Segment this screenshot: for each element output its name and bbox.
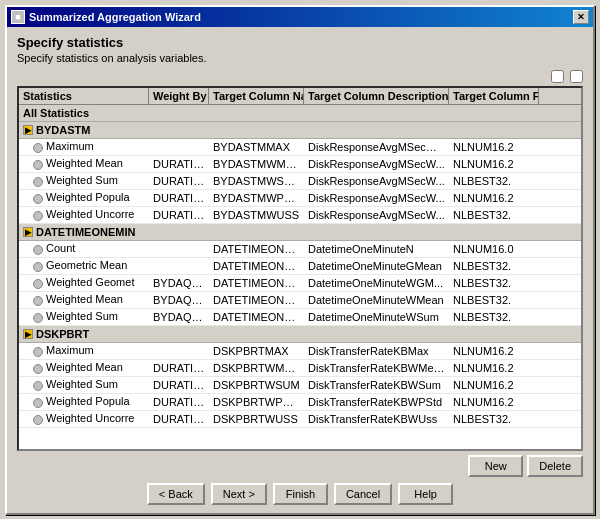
stat-target: DATETIMEONEMINN... (209, 293, 304, 307)
stat-format: NLBEST32. (449, 276, 539, 290)
group-row[interactable]: ▶DATETIMEONEMIN (19, 224, 581, 241)
stat-desc: DiskResponseAvgMSecW... (304, 174, 449, 188)
col-weight: Weight By (149, 88, 209, 104)
table-row[interactable]: Weighted Geomet BYDAQRD DATETIMEONEMINN.… (19, 275, 581, 292)
table-row[interactable]: Geometric Mean DATETIMEONEMINN... Dateti… (19, 258, 581, 275)
stat-desc: DiskResponseAvgMSecMax (304, 140, 449, 154)
table-row[interactable]: Weighted Popula DURATION DSKPBRTWPSTD Di… (19, 394, 581, 411)
stat-format: NLNUM16.2 (449, 191, 539, 205)
stat-weight (149, 350, 209, 352)
stat-target: DSKPBRTWMEAN (209, 361, 304, 375)
stat-desc: DatetimeOneMinuteWSum (304, 310, 449, 324)
stat-format: NLBEST32. (449, 174, 539, 188)
window-title: Summarized Aggregation Wizard (29, 11, 201, 23)
stat-weight: DURATION (149, 412, 209, 426)
finish-button[interactable]: Finish (273, 483, 328, 505)
stat-desc: DiskResponseAvgMSecW... (304, 157, 449, 171)
stat-weight: DURATION (149, 395, 209, 409)
group-row[interactable]: ▶BYDASTM (19, 122, 581, 139)
table-row[interactable]: Weighted Popula DURATION BYDASTMWPSTD Di… (19, 190, 581, 207)
stat-name: Weighted Mean (19, 292, 149, 306)
table-row[interactable]: Weighted Mean DURATION DSKPBRTWMEAN Disk… (19, 360, 581, 377)
stat-weight (149, 248, 209, 250)
stat-format: NLNUM16.2 (449, 361, 539, 375)
stat-desc: DiskTransferRateKBWMean (304, 361, 449, 375)
table-row[interactable]: Weighted Sum DURATION BYDASTMWSUM DiskRe… (19, 173, 581, 190)
stat-dot (33, 296, 43, 306)
stat-name: Weighted Popula (19, 190, 149, 204)
table-row[interactable]: Maximum DSKPBRTMAX DiskTransferRateKBMax… (19, 343, 581, 360)
stat-weight: DURATION (149, 191, 209, 205)
checkbox-2[interactable] (570, 70, 583, 83)
stat-desc: DatetimeOneMinuteGMean (304, 259, 449, 273)
stat-dot (33, 381, 43, 391)
stat-weight: DURATION (149, 378, 209, 392)
folder-icon: ▶ (23, 329, 33, 339)
checkbox-1[interactable] (551, 70, 564, 83)
stat-target: BYDASTMWSUM (209, 174, 304, 188)
nav-buttons-row: < Back Next > Finish Cancel Help (17, 483, 583, 505)
table-row[interactable]: Weighted Sum BYDAQRD DATETIMEONEMINN... … (19, 309, 581, 326)
back-button[interactable]: < Back (147, 483, 205, 505)
stat-dot (33, 143, 43, 153)
col-statistics: Statistics (19, 88, 149, 104)
table-body: All Statistics▶BYDASTM Maximum BYDASTMMA… (19, 105, 581, 449)
stat-weight: DURATION (149, 174, 209, 188)
table-row[interactable]: Weighted Uncorre DURATION DSKPBRTWUSS Di… (19, 411, 581, 428)
stat-dot (33, 398, 43, 408)
stat-format: NLNUM16.2 (449, 140, 539, 154)
new-button[interactable]: New (468, 455, 523, 477)
table-row[interactable]: Weighted Uncorre DURATION BYDASTMWUSS Di… (19, 207, 581, 224)
group-row[interactable]: ▶DSKPBRT (19, 326, 581, 343)
stat-weight: BYDAQRD (149, 276, 209, 290)
table-header: Statistics Weight By Target Column Name … (19, 88, 581, 105)
stat-desc: DiskTransferRateKBWPStd (304, 395, 449, 409)
stat-target: DATETIMEONEMINN (209, 242, 304, 256)
stat-format: NLNUM16.2 (449, 344, 539, 358)
stat-target: DSKPBRTWPSTD (209, 395, 304, 409)
close-button[interactable]: ✕ (573, 10, 589, 24)
table-row[interactable]: Weighted Mean DURATION BYDASTMWMEAN Disk… (19, 156, 581, 173)
next-button[interactable]: Next > (211, 483, 267, 505)
cancel-button[interactable]: Cancel (334, 483, 392, 505)
stat-desc: DiskResponseAvgMSecW... (304, 191, 449, 205)
stat-weight: DURATION (149, 157, 209, 171)
main-window: ■ Summarized Aggregation Wizard ✕ Specif… (5, 5, 595, 515)
title-bar: ■ Summarized Aggregation Wizard ✕ (7, 7, 593, 27)
stat-dot (33, 245, 43, 255)
stat-dot (33, 177, 43, 187)
stat-desc: DiskTransferRateKBWUss (304, 412, 449, 426)
help-button[interactable]: Help (398, 483, 453, 505)
page-subtitle: Specify statistics on analysis variables… (17, 52, 583, 64)
stat-name: Geometric Mean (19, 258, 149, 272)
all-stats-row[interactable]: All Statistics (19, 105, 581, 122)
stat-format: NLBEST32. (449, 310, 539, 324)
stat-format: NLNUM16.2 (449, 157, 539, 171)
stat-dot (33, 415, 43, 425)
stat-name: Weighted Geomet (19, 275, 149, 289)
header-section: Specify statistics Specify statistics on… (17, 35, 583, 64)
stat-target: BYDASTMWUSS (209, 208, 304, 222)
action-buttons-row: New Delete (17, 455, 583, 477)
stat-desc: DiskResponseAvgMSecW... (304, 208, 449, 222)
table-row[interactable]: Maximum BYDASTMMAX DiskResponseAvgMSecMa… (19, 139, 581, 156)
table-row[interactable]: Count DATETIMEONEMINN DatetimeOneMinuteN… (19, 241, 581, 258)
statistics-table: Statistics Weight By Target Column Name … (17, 86, 583, 451)
stat-dot (33, 313, 43, 323)
stat-weight: DURATION (149, 361, 209, 375)
stat-dot (33, 211, 43, 221)
stat-format: NLNUM16.0 (449, 242, 539, 256)
stat-dot (33, 364, 43, 374)
stat-desc: DatetimeOneMinuteWGM... (304, 276, 449, 290)
table-row[interactable]: Weighted Sum DURATION DSKPBRTWSUM DiskTr… (19, 377, 581, 394)
delete-button[interactable]: Delete (527, 455, 583, 477)
stat-format: NLBEST32. (449, 293, 539, 307)
stat-weight: BYDAQRD (149, 310, 209, 324)
stat-desc: DiskTransferRateKBMax (304, 344, 449, 358)
col-target-format: Target Column Format (449, 88, 539, 104)
folder-icon: ▶ (23, 227, 33, 237)
stat-dot (33, 194, 43, 204)
table-row[interactable]: Weighted Mean BYDAQRD DATETIMEONEMINN...… (19, 292, 581, 309)
stat-target: BYDASTMWPSTD (209, 191, 304, 205)
stat-name: Weighted Uncorre (19, 207, 149, 221)
